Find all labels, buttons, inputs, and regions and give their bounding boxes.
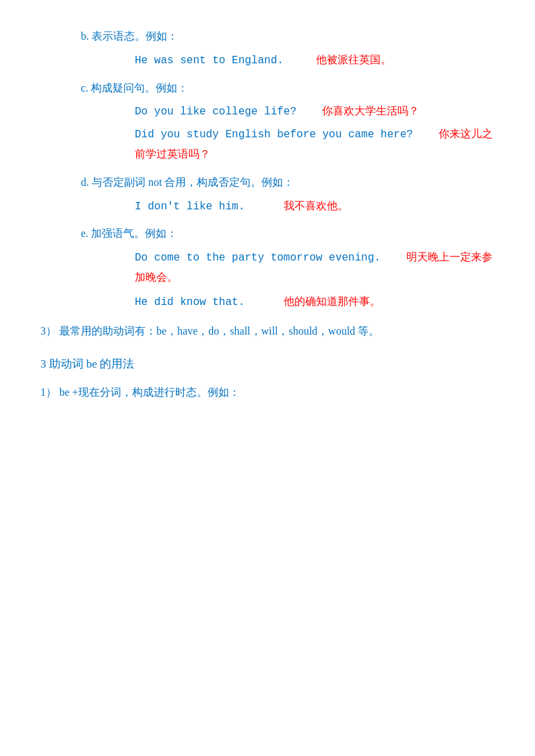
section3-title: 3 助动词 be 的用法 (40, 354, 495, 375)
e-example1-en: Do come to the party tomorrow evening. (135, 252, 381, 264)
point3: 3） 最常用的助动词有：be，have，do，shall，will，should… (40, 322, 495, 341)
section-b: b. 表示语态。例如： He was sent to England. 他被派往… (40, 27, 495, 71)
point3-text: 3） 最常用的助动词有：be，have，do，shall，will，should… (40, 325, 379, 337)
d-example-zh: 我不喜欢他。 (284, 200, 348, 211)
c-label: c. 构成疑问句。例如： (81, 79, 495, 98)
section-d: d. 与否定副词 not 合用，构成否定句。例如： I don't like h… (40, 173, 495, 217)
c-example1: Do you like college life? 你喜欢大学生活吗？ (81, 102, 495, 122)
section-e: e. 加强语气。例如： Do come to the party tomorro… (40, 224, 495, 312)
b-example: He was sent to England. 他被派往英国。 (81, 50, 495, 71)
b-label: b. 表示语态。例如： (81, 27, 495, 46)
c-example2-en: Did you study English before you came he… (135, 129, 413, 141)
e-example2: He did know that. 他的确知道那件事。 (81, 292, 495, 312)
c-example1-zh: 你喜欢大学生活吗？ (322, 105, 419, 116)
e-label: e. 加强语气。例如： (81, 224, 495, 244)
section3-point1: 1） be +现在分词，构成进行时态。例如： (40, 383, 495, 403)
c-example1-en: Do you like college life? (135, 106, 296, 118)
e-example2-en: He did know that. (135, 296, 245, 308)
d-example-en: I don't like him. (135, 201, 245, 213)
c-example2: Did you study English before you came he… (81, 125, 495, 165)
d-label: d. 与否定副词 not 合用，构成否定句。例如： (81, 173, 495, 193)
d-example: I don't like him. 我不喜欢他。 (81, 197, 495, 217)
b-example-zh: 他被派往英国。 (316, 54, 391, 65)
e-example1: Do come to the party tomorrow evening. 明… (81, 248, 495, 288)
section-c: c. 构成疑问句。例如： Do you like college life? 你… (40, 79, 495, 165)
b-example-en: He was sent to England. (135, 55, 284, 67)
e-example2-zh: 他的确知道那件事。 (284, 296, 381, 307)
